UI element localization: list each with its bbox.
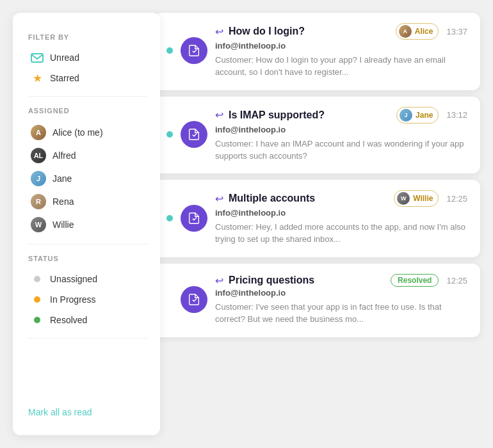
avatar-willie: W xyxy=(31,217,46,232)
message-title-2: Is IMAP supported? xyxy=(229,109,391,121)
message-meta-4: ↩ Pricing questions Resolved 12:25 info@… xyxy=(215,274,467,326)
assigned-alice-label: Alice (to me) xyxy=(53,127,103,138)
brand-avatar-1 xyxy=(181,37,207,64)
message-email-4: info@intheloop.io xyxy=(215,288,467,298)
status-label: STATUS xyxy=(28,255,147,262)
assignee-name-1: Alice xyxy=(415,27,433,36)
sidebar: FILTER BY Unread ★ Starred ASSIGNED A Al… xyxy=(13,13,160,435)
unread-indicator-1 xyxy=(166,47,173,54)
message-title-3: Multiple accounts xyxy=(229,193,389,204)
envelope-icon xyxy=(31,51,44,64)
message-time-1: 13:37 xyxy=(446,27,467,36)
message-preview-2: Customer: I have an IMAP account and I w… xyxy=(215,138,467,163)
mark-all-read-button[interactable]: Mark all as read xyxy=(28,404,147,420)
message-time-2: 13:12 xyxy=(446,110,467,120)
message-time-4: 12:25 xyxy=(446,276,467,285)
filter-starred-label: Starred xyxy=(50,73,79,83)
message-preview-4: Customer: I've seen that your app is in … xyxy=(215,301,467,326)
avatar-alice: A xyxy=(31,125,46,140)
message-preview-1: Customer: How do I login to your app? I … xyxy=(215,54,467,79)
message-card-4[interactable]: ↩ Pricing questions Resolved 12:25 info@… xyxy=(154,264,480,337)
message-email-3: info@intheloop.io xyxy=(215,208,467,218)
assigned-jane[interactable]: J Jane xyxy=(28,167,147,190)
unread-indicator-3 xyxy=(166,215,173,221)
status-resolved[interactable]: Resolved xyxy=(28,310,147,330)
status-in-progress-label: In Progress xyxy=(50,294,96,305)
message-preview-3: Customer: Hey, I added more accounts to … xyxy=(215,221,467,246)
brand-avatar-2 xyxy=(181,121,207,148)
assignee-name-2: Jane xyxy=(416,111,433,120)
assigned-alfred-label: Alfred xyxy=(53,150,76,161)
message-card-3[interactable]: ↩ Multiple accounts W Willie 12:25 info@… xyxy=(154,180,480,257)
message-email-1: info@intheloop.io xyxy=(215,41,467,51)
assigned-label: ASSIGNED xyxy=(28,107,147,115)
status-unassigned[interactable]: Unassigned xyxy=(28,269,147,289)
message-meta-3: ↩ Multiple accounts W Willie 12:25 info@… xyxy=(215,190,467,246)
assigned-willie[interactable]: W Willie xyxy=(28,213,147,236)
reply-icon-2: ↩ xyxy=(215,109,223,121)
filter-by-label: FILTER BY xyxy=(28,33,147,41)
avatar-jane: J xyxy=(31,171,46,186)
in-progress-dot-icon xyxy=(31,293,44,306)
message-title-4: Pricing questions xyxy=(229,275,385,286)
unassigned-dot-icon xyxy=(31,273,44,285)
message-email-2: info@intheloop.io xyxy=(215,125,467,134)
divider-1 xyxy=(28,96,147,97)
assignee-badge-2: J Jane xyxy=(396,107,439,124)
assignee-badge-3: W Willie xyxy=(394,190,439,207)
assigned-willie-label: Willie xyxy=(53,220,74,230)
message-meta-2: ↩ Is IMAP supported? J Jane 13:12 info@i… xyxy=(215,107,467,163)
resolved-dot-icon xyxy=(31,314,44,326)
filter-starred[interactable]: ★ Starred xyxy=(28,68,147,88)
reply-icon-3: ↩ xyxy=(215,193,223,205)
filter-unread[interactable]: Unread xyxy=(28,47,147,68)
filter-unread-label: Unread xyxy=(50,52,79,63)
assigned-alfred[interactable]: AL Alfred xyxy=(28,144,147,167)
brand-avatar-3 xyxy=(181,205,207,232)
message-time-3: 12:25 xyxy=(446,194,467,204)
assignee-badge-1: A Alice xyxy=(396,23,439,40)
reply-icon-4: ↩ xyxy=(215,275,223,287)
brand-avatar-4 xyxy=(181,286,207,313)
assigned-jane-label: Jane xyxy=(53,173,72,184)
status-in-progress[interactable]: In Progress xyxy=(28,289,147,310)
divider-3 xyxy=(28,338,147,339)
assignee-name-4: Resolved xyxy=(398,276,432,285)
assignee-avatar-3: W xyxy=(397,192,410,205)
message-card-1[interactable]: ↩ How do I login? A Alice 13:37 info@int… xyxy=(154,13,480,90)
avatar-alfred: AL xyxy=(31,148,46,163)
assignee-name-3: Willie xyxy=(413,194,433,203)
assignee-avatar-2: J xyxy=(400,109,412,122)
divider-2 xyxy=(28,244,147,244)
unread-indicator-2 xyxy=(166,131,173,138)
message-card-2[interactable]: ↩ Is IMAP supported? J Jane 13:12 info@i… xyxy=(154,97,480,174)
assignee-badge-4: Resolved xyxy=(391,274,439,287)
reply-icon-1: ↩ xyxy=(215,26,223,38)
avatar-rena: R xyxy=(31,194,46,209)
assignee-avatar-1: A xyxy=(399,25,412,38)
assigned-rena[interactable]: R Rena xyxy=(28,190,147,213)
star-icon: ★ xyxy=(31,72,44,84)
status-unassigned-label: Unassigned xyxy=(50,274,97,284)
message-title-1: How do I login? xyxy=(229,26,391,37)
assigned-alice[interactable]: A Alice (to me) xyxy=(28,121,147,144)
status-resolved-label: Resolved xyxy=(50,315,87,325)
message-list: ↩ How do I login? A Alice 13:37 info@int… xyxy=(154,13,480,435)
assigned-rena-label: Rena xyxy=(53,196,74,207)
message-meta-1: ↩ How do I login? A Alice 13:37 info@int… xyxy=(215,23,467,79)
